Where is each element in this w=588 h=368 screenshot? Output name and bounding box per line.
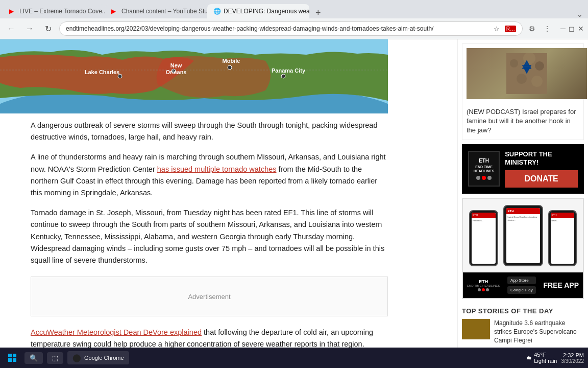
sidebar: (NEW PODCAST) Israel prepares for famine…: [457, 39, 588, 368]
tab-2-label: Channel content – YouTube Stu...: [121, 8, 207, 15]
address-icons: ☆ RSS: [494, 25, 517, 33]
svg-text:Lake Charles: Lake Charles: [85, 69, 119, 75]
tablet-mockup: ETH Latest News Headlines breaking stori…: [503, 205, 543, 266]
tab-1-icon: ▶: [9, 8, 16, 15]
svg-text:Orleans: Orleans: [166, 69, 187, 75]
top-stories-section: TOP STORIES OF THE DAY Magnitude 3.6 ear…: [458, 303, 588, 353]
browser-icons: ⚙ ⋮: [527, 24, 552, 34]
win-restore-button[interactable]: ◻: [569, 25, 575, 33]
support-text: SUPPORT THE MINISTRY!: [505, 150, 578, 168]
taskbar: 🔍 ⬚ ⬤ Google Chrome 🌧 45°F Light rain 2:…: [0, 348, 588, 368]
eth-logo-fa: ETH END TIME HEADLINES: [467, 279, 500, 291]
phone-screen-1: ETH Headlines...: [472, 213, 496, 264]
svg-point-6: [281, 74, 285, 78]
map-svg: Lake Charles New Orleans Mobile Panama C…: [0, 39, 388, 113]
rss-icon: RSS: [505, 26, 516, 32]
clock-date: 3/30/2022: [561, 358, 584, 364]
taskbar-task-view-icon: ⬚: [52, 354, 58, 362]
tab-3-label: DEVELOPING: Dangerous weath...: [224, 8, 309, 15]
taskbar-chrome-icon: ⬤: [72, 353, 81, 362]
free-app-bottom: ETH END TIME HEADLINES App Store Google …: [463, 272, 583, 298]
story-item-1[interactable]: Magnitude 3.6 earthquake strikes Europe'…: [462, 319, 584, 344]
tab-1-label: LIVE – Extreme Tornado Cove...: [19, 8, 105, 15]
top-stories-title: TOP STORIES OF THE DAY: [462, 307, 584, 315]
article-area[interactable]: Lake Charles New Orleans Mobile Panama C…: [0, 39, 457, 368]
article-para-2: A line of thunderstorms and heavy rain i…: [31, 151, 388, 199]
israel-caption[interactable]: (NEW PODCAST) Israel prepares for famine…: [462, 103, 583, 140]
story-text-1: Magnitude 3.6 earthquake strikes Europe'…: [494, 319, 584, 344]
article-content: A dangerous outbreak of severe storms wi…: [0, 113, 419, 368]
free-app-card: ETH Headlines... ETH Latest News Headlin…: [462, 198, 584, 299]
eth-support-card: ETH END TIME HEADLINES SUPPORT THE MINIS…: [462, 144, 584, 194]
phone-mockup-2: ETH News...: [548, 210, 577, 266]
weather-icon: 🌧: [526, 355, 532, 361]
donate-button[interactable]: DONATE: [505, 170, 578, 188]
tab-2[interactable]: ▶ Channel content – YouTube Stu... ✕: [105, 4, 207, 18]
google-play-badge[interactable]: Google Play: [507, 286, 536, 294]
weather-temp: 45°F: [534, 352, 557, 358]
extensions-icon[interactable]: ⚙: [527, 24, 537, 34]
svg-point-17: [531, 76, 543, 87]
browser-chrome: ▶ LIVE – Extreme Tornado Cove... ✕ ▶ Cha…: [0, 0, 588, 39]
win-close-button[interactable]: ✕: [578, 25, 584, 33]
weather-desc: Light rain: [534, 358, 557, 364]
weather-widget: 🌧 45°F Light rain: [526, 352, 557, 364]
taskbar-chrome[interactable]: ⬤ Google Chrome: [67, 351, 129, 364]
svg-point-15: [535, 61, 544, 71]
start-button[interactable]: [4, 350, 20, 366]
svg-text:Mobile: Mobile: [223, 58, 240, 64]
accuweather-link[interactable]: AccuWeather Meteorologist Dean DeVore ex…: [31, 328, 202, 336]
nav-bar: ← → ↻ endtimeheadlines.org/2022/03/devel…: [0, 18, 588, 39]
tab-1[interactable]: ▶ LIVE – Extreme Tornado Cove... ✕: [3, 4, 105, 18]
windows-icon: [8, 354, 16, 362]
eth-logo-circles: [476, 176, 492, 180]
phone-mockup-1: ETH Headlines...: [469, 210, 498, 266]
phone-screen-content-2: ETH: [551, 213, 575, 218]
ad-label: Advertisement: [188, 293, 230, 301]
tab-bar: ▶ LIVE – Extreme Tornado Cove... ✕ ▶ Cha…: [0, 0, 588, 18]
eth-logo-text: ETH END TIME HEADLINES: [469, 158, 499, 174]
taskbar-search[interactable]: 🔍: [24, 352, 43, 364]
tab-3-icon: 🌐: [213, 8, 220, 15]
weather-info: 45°F Light rain: [534, 352, 557, 364]
eth-fa-text: ETH: [479, 279, 488, 284]
new-tab-button[interactable]: +: [311, 8, 325, 18]
phone-screen-content-1: ETH: [472, 213, 496, 218]
svg-text:Panama City: Panama City: [272, 67, 306, 74]
bookmark-icon[interactable]: ☆: [494, 25, 502, 33]
menu-icon[interactable]: ⋮: [542, 24, 552, 34]
svg-point-13: [510, 59, 518, 67]
free-app-phones: ETH Headlines... ETH Latest News Headlin…: [463, 199, 583, 272]
map-section: Lake Charles New Orleans Mobile Panama C…: [0, 39, 388, 113]
app-store-badge[interactable]: App Store: [507, 277, 536, 284]
clock-time: 2:32 PM: [561, 352, 584, 358]
address-bar[interactable]: endtimeheadlines.org/2022/03/developing-…: [59, 21, 523, 36]
tab-minimize-icon[interactable]: ⌄: [577, 10, 583, 18]
page-layout: Lake Charles New Orleans Mobile Panama C…: [0, 39, 588, 368]
tab-controls: ⌄: [577, 10, 585, 18]
svg-text:New: New: [170, 62, 182, 68]
advertisement-block: Advertisement: [31, 277, 388, 316]
clock-widget: 2:32 PM 3/30/2022: [561, 352, 584, 364]
taskbar-search-icon: 🔍: [30, 354, 38, 362]
tab-3[interactable]: 🌐 DEVELOPING: Dangerous weath... ✕: [207, 4, 309, 18]
forward-button[interactable]: →: [22, 21, 37, 36]
eth-logo: ETH END TIME HEADLINES: [468, 151, 500, 187]
article-para-4: AccuWeather Meteorologist Dean DeVore ex…: [31, 327, 388, 350]
store-badges: App Store Google Play: [507, 277, 536, 294]
refresh-button[interactable]: ↻: [41, 21, 55, 36]
phone-screen-2: ETH News...: [551, 213, 575, 264]
article-para-3: Tornado damage in St. Joseph, Missouri, …: [31, 207, 388, 266]
taskbar-chrome-label: Google Chrome: [84, 355, 124, 361]
svg-point-16: [517, 74, 527, 84]
tablet-screen: ETH Latest News Headlines breaking stori…: [506, 208, 540, 263]
svg-point-5: [228, 65, 232, 70]
israel-image: [467, 48, 587, 99]
tornado-watch-link[interactable]: has issued multiple tornado watches: [157, 165, 277, 173]
article-para-1: A dangerous outbreak of severe storms wi…: [31, 120, 388, 143]
window-controls: ─ ◻ ✕: [560, 25, 584, 33]
win-minimize-button[interactable]: ─: [560, 25, 566, 33]
israel-podcast-card: (NEW PODCAST) Israel prepares for famine…: [462, 43, 584, 140]
taskbar-task-view[interactable]: ⬚: [47, 352, 63, 364]
back-button[interactable]: ←: [4, 21, 18, 36]
